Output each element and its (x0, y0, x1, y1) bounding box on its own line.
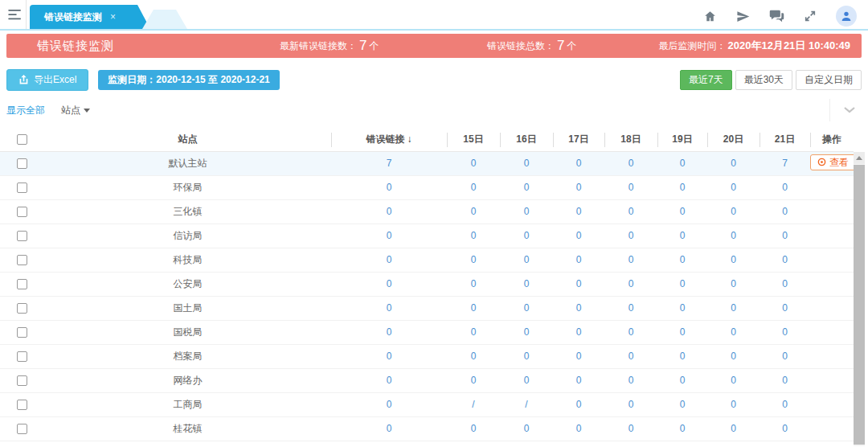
site-name: 国税局 (44, 321, 331, 344)
range-button-last7days[interactable]: 最近7天 (680, 70, 732, 90)
range-button-custom-date[interactable]: 自定义日期 (796, 70, 862, 90)
site-name: 网络办 (44, 369, 331, 392)
sidebar-toggle-icon[interactable] (8, 9, 23, 23)
tab-close-icon[interactable]: × (110, 11, 116, 23)
select-all-checkbox[interactable] (17, 134, 27, 145)
view-button[interactable]: 查看 (810, 154, 854, 170)
row-checkbox[interactable] (17, 303, 27, 314)
day-value-17: 0 (553, 297, 604, 320)
row-checkbox[interactable] (17, 158, 27, 169)
row-checkbox[interactable] (17, 351, 27, 362)
export-excel-label: 导出Excel (34, 73, 76, 87)
user-avatar[interactable] (836, 6, 857, 27)
header-day-17: 17日 (553, 128, 604, 151)
vertical-scrollbar[interactable] (854, 152, 865, 446)
day-value-21: 0 (760, 248, 810, 272)
day-value-16: 0 (500, 224, 553, 248)
day-value-15: 0 (447, 297, 500, 320)
table-row: 科技局00000000 (0, 248, 854, 273)
header-day-20: 20日 (707, 128, 760, 151)
show-all-link[interactable]: 显示全部 (6, 104, 45, 117)
day-value-20: 0 (707, 273, 760, 296)
day-value-18: 0 (604, 200, 657, 224)
day-value-21: 0 (760, 321, 810, 344)
day-value-15: 0 (447, 321, 500, 344)
row-checkbox-cell (0, 176, 44, 199)
row-checkbox[interactable] (17, 375, 27, 386)
day-value-18: 0 (604, 321, 657, 344)
row-checkbox[interactable] (17, 231, 27, 241)
day-value-18: 0 (604, 176, 657, 199)
header-error-count[interactable]: 错误链接↓ (331, 128, 447, 151)
collapse-panel-button[interactable] (829, 99, 868, 121)
table-row: 环保局00000000 (0, 176, 854, 200)
home-icon[interactable] (703, 10, 717, 23)
export-icon (18, 75, 29, 85)
day-value-17: 0 (553, 345, 604, 368)
action-cell (810, 321, 854, 344)
site-name: 默认主站 (44, 152, 331, 175)
scrollbar-thumb[interactable] (854, 165, 865, 445)
tab-label: 错误链接监测 (44, 10, 102, 24)
day-value-21: 0 (760, 176, 810, 199)
table-row: 档案局00000000 (0, 345, 854, 369)
table-row: 信访局00000000 (0, 224, 854, 248)
day-value-21: 7 (760, 152, 810, 175)
send-icon[interactable] (736, 10, 750, 23)
total-error-unit: 个 (567, 39, 576, 53)
day-value-15: 0 (447, 345, 500, 368)
day-value-19: 0 (657, 345, 707, 368)
action-cell (810, 297, 854, 320)
day-value-16: 0 (500, 297, 553, 320)
action-cell (810, 200, 854, 224)
table-row: 国税局00000000 (0, 321, 854, 345)
error-count-value: 0 (331, 417, 447, 441)
day-value-16: 0 (500, 248, 553, 272)
row-checkbox[interactable] (17, 327, 27, 338)
error-count-value: 0 (331, 200, 447, 224)
row-checkbox[interactable] (17, 279, 27, 289)
action-cell (810, 369, 854, 392)
day-value-19: 0 (657, 176, 707, 199)
table-row: 网络办00000000 (0, 369, 854, 393)
day-value-21: 0 (760, 273, 810, 296)
day-value-19: 0 (657, 200, 707, 224)
action-cell (810, 393, 854, 416)
inactive-tab-stub[interactable] (142, 10, 187, 29)
day-value-19: 0 (657, 369, 707, 392)
day-value-20: 0 (707, 321, 760, 344)
tab-error-link-monitor[interactable]: 错误链接监测 × (30, 5, 150, 29)
scrollbar-up-arrow-icon[interactable] (854, 152, 865, 164)
day-value-16: 0 (500, 417, 553, 441)
site-dropdown[interactable]: 站点 (61, 104, 90, 117)
table-row: 公安局00000000 (0, 273, 854, 297)
row-checkbox-cell (0, 345, 44, 368)
day-value-20: 0 (707, 345, 760, 368)
day-value-17: 0 (553, 369, 604, 392)
error-count-value: 0 (331, 345, 447, 368)
error-count-value: 0 (331, 321, 447, 344)
export-excel-button[interactable]: 导出Excel (6, 69, 88, 91)
row-checkbox[interactable] (17, 207, 27, 217)
site-name: 信访局 (44, 224, 331, 248)
row-checkbox[interactable] (17, 255, 27, 265)
day-value-16: 0 (500, 176, 553, 199)
chat-icon[interactable] (769, 10, 784, 23)
error-count-value: 7 (331, 152, 447, 175)
row-checkbox-cell (0, 297, 44, 320)
latest-error-unit: 个 (369, 39, 379, 53)
day-value-19: 0 (657, 417, 707, 441)
error-count-value: 0 (331, 176, 447, 199)
row-checkbox-cell (0, 393, 44, 416)
fullscreen-icon[interactable] (804, 10, 817, 23)
row-checkbox[interactable] (17, 400, 27, 410)
day-value-21: 0 (760, 345, 810, 368)
range-button-last30days[interactable]: 最近30天 (735, 70, 792, 90)
site-name: 科技局 (44, 248, 331, 272)
day-value-18: 0 (604, 393, 657, 416)
eye-icon (817, 158, 826, 166)
row-checkbox[interactable] (17, 182, 27, 193)
day-value-15: / (447, 393, 500, 416)
row-checkbox[interactable] (17, 424, 27, 434)
day-value-18: 0 (604, 224, 657, 248)
